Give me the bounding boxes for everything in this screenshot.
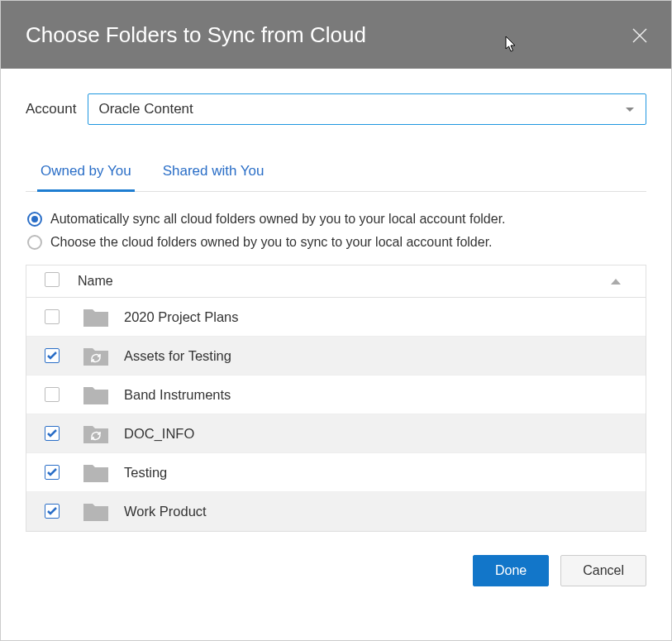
table-row[interactable]: DOC_INFO: [26, 414, 646, 453]
folder-name: Band Instruments: [124, 387, 627, 403]
sync-folder-icon: [83, 345, 109, 366]
row-checkbox[interactable]: [45, 309, 60, 324]
folder-icon: [83, 500, 109, 522]
folder-name: Assets for Testing: [124, 348, 627, 364]
dialog-buttons: Done Cancel: [26, 555, 646, 586]
folder-name: Testing: [124, 465, 627, 481]
row-checkbox[interactable]: [45, 348, 60, 363]
sync-option-0[interactable]: Automatically sync all cloud folders own…: [27, 212, 646, 227]
table-row[interactable]: Band Instruments: [26, 376, 646, 414]
table-row[interactable]: Testing: [26, 453, 646, 492]
table-row[interactable]: Work Product: [26, 492, 646, 531]
folder-icon: [83, 306, 109, 328]
radio-icon: [27, 235, 42, 250]
folder-name: Work Product: [124, 504, 627, 519]
folder-name: 2020 Project Plans: [124, 309, 627, 325]
column-header-name[interactable]: Name: [78, 274, 113, 289]
close-button[interactable]: [628, 24, 651, 47]
select-all-checkbox[interactable]: [45, 272, 60, 287]
table-row[interactable]: Assets for Testing: [26, 337, 646, 376]
folder-name: DOC_INFO: [124, 426, 627, 442]
tab-bar: Owned by YouShared with You: [26, 155, 646, 192]
table-row[interactable]: 2020 Project Plans: [26, 298, 646, 337]
radio-icon: [27, 212, 42, 227]
tab-shared-with-you[interactable]: Shared with You: [160, 155, 268, 192]
cancel-button[interactable]: Cancel: [560, 555, 646, 586]
row-checkbox[interactable]: [45, 387, 60, 402]
account-select-value: Oracle Content: [98, 101, 193, 117]
radio-label: Automatically sync all cloud folders own…: [50, 212, 506, 227]
sync-option-1[interactable]: Choose the cloud folders owned by you to…: [27, 235, 646, 250]
account-row: Account Oracle Content: [26, 93, 646, 125]
done-button[interactable]: Done: [473, 555, 549, 586]
titlebar: Choose Folders to Sync from Cloud: [1, 1, 671, 69]
row-checkbox[interactable]: [45, 465, 60, 480]
folder-table: Name 2020 Project PlansAssets for Testin…: [26, 265, 646, 532]
tab-owned-by-you[interactable]: Owned by You: [37, 155, 135, 192]
table-header: Name: [26, 265, 646, 298]
account-select[interactable]: Oracle Content: [88, 93, 646, 125]
cursor-icon: [505, 36, 518, 54]
folder-icon: [83, 462, 109, 483]
account-label: Account: [26, 101, 76, 117]
row-checkbox[interactable]: [45, 504, 60, 519]
dialog-content: Account Oracle Content Owned by YouShare…: [1, 69, 671, 611]
folder-icon: [83, 384, 109, 405]
close-icon: [631, 27, 648, 44]
sort-asc-icon[interactable]: [611, 279, 621, 285]
dialog-title: Choose Folders to Sync from Cloud: [26, 22, 366, 48]
sync-folder-icon: [83, 423, 109, 444]
sync-options: Automatically sync all cloud folders own…: [26, 212, 646, 250]
row-checkbox[interactable]: [45, 426, 60, 441]
radio-label: Choose the cloud folders owned by you to…: [50, 235, 493, 250]
